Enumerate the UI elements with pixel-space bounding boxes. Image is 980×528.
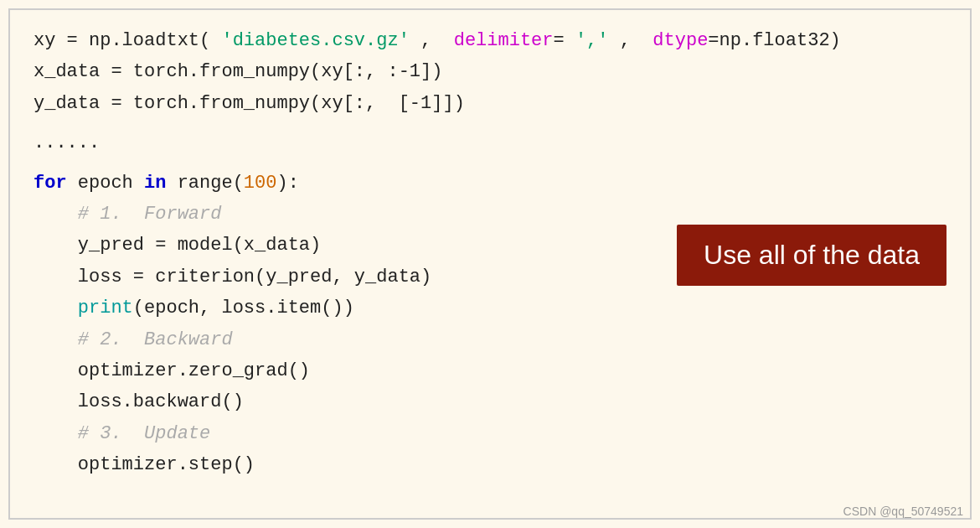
code-line-2: x_data = torch.from_numpy(xy[:, :-1]) (34, 56, 946, 87)
code-line-10: optimizer.zero_grad() (34, 355, 946, 386)
code-line-3: y_data = torch.from_numpy(xy[:, [-1]]) (34, 88, 946, 119)
ellipsis: ...... (34, 127, 946, 158)
code-line-4: for epoch in range(100): (34, 168, 946, 199)
code-line-1: xy = np.loadtxt( 'diabetes.csv.gz' , del… (34, 25, 946, 56)
code-line-13: optimizer.step() (34, 449, 946, 480)
code-line-12: # 3. Update (34, 418, 946, 449)
annotation-box: Use all of the data (677, 225, 946, 286)
code-line-9: # 2. Backward (34, 324, 946, 355)
annotation-text: Use all of the data (704, 240, 920, 270)
main-container: xy = np.loadtxt( 'diabetes.csv.gz' , del… (0, 0, 980, 528)
watermark: CSDN @qq_50749521 (843, 505, 963, 518)
code-line-8: print(epoch, loss.item()) (34, 292, 946, 324)
code-line-11: loss.backward() (34, 386, 946, 417)
